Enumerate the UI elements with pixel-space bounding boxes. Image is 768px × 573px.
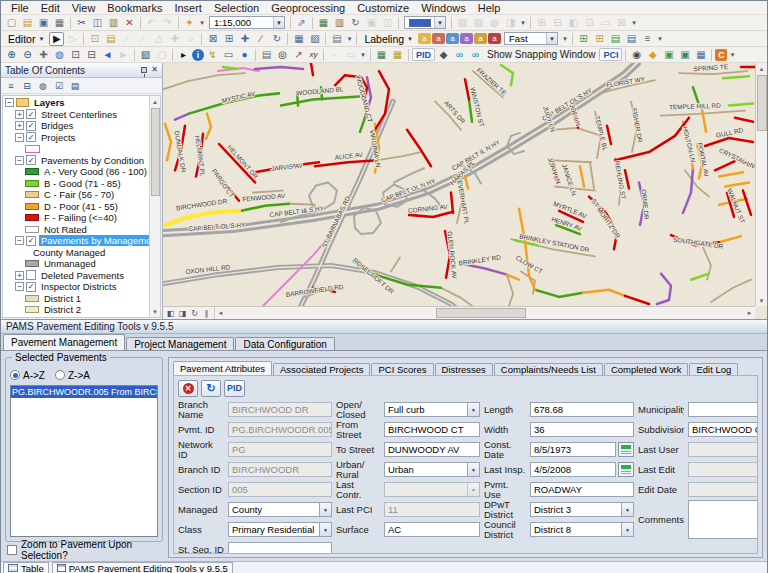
text-input[interactable]: BIRCHWOOD CT [384,422,480,437]
expand-icon[interactable]: + [15,110,24,119]
toc-item-d-poor-41-55[interactable]: D - Poor (41 - 55) [3,201,149,213]
layer-checkbox[interactable]: ✓ [26,155,36,165]
overflow-caret-2[interactable]: ▾ [630,16,638,30]
toc-group-layers[interactable]: −Layers [3,97,149,109]
pavement-list-item[interactable]: PG.BIRCHWOODR.005 From BIRCHWOOD CT to D [11,386,157,398]
blue-table-button[interactable]: ▦ [693,48,708,62]
expand-icon[interactable]: + [15,271,24,280]
layout-frame-icon[interactable]: ◨ [177,308,188,318]
editor-more-button[interactable]: ▤ [329,32,344,46]
combo-arrow-icon[interactable]: ▼ [434,17,445,28]
list-by-source-button[interactable]: ⊟ [20,79,34,92]
straight-segment-button[interactable]: ⊡ [87,32,102,46]
rotate-tool-button[interactable]: ∕ [253,32,268,46]
select-features-button[interactable]: ▧ [138,48,153,62]
attr-tab-pavement-attributes[interactable]: Pavement Attributes [173,361,272,375]
text-input[interactable]: ROADWAY [530,482,634,497]
edit-table-button[interactable]: ▦ [390,48,405,62]
new-document-button[interactable]: ▢ [4,16,19,30]
map-scale-combo[interactable]: 1:15,000▼ [209,16,285,29]
menu-view[interactable]: View [66,2,102,14]
undo-button[interactable]: ↶ [144,16,159,30]
calendar-button[interactable] [618,462,634,477]
toc-item-a-very-good-86-100[interactable]: A - Very Good (86 - 100) [3,166,149,178]
attr-tab-completed-work[interactable]: Completed Work [604,363,689,375]
label-tag-5[interactable]: a [474,33,487,44]
gp-button-5[interactable]: ▭ [598,16,613,30]
text-input[interactable]: 678.68 [530,402,634,417]
map-horizontal-scrollbar[interactable]: ◧ ◨ ↻ ∥ ◄ ► [163,306,755,319]
edit-tool-button[interactable]: ▶ [49,32,64,46]
pci-tool-button[interactable]: PCI [599,48,622,61]
list-by-visibility-button[interactable]: ◍ [36,79,50,92]
delete-record-button[interactable]: ✕ [178,380,198,397]
dropdown-arrow-icon[interactable]: ▼ [467,463,479,476]
fixed-zoom-in-button[interactable]: ⊡ [68,48,83,62]
gp-button-2[interactable]: ⊟ [550,16,565,30]
menu-geoprocessing[interactable]: Geoprocessing [265,2,351,14]
delete-button[interactable]: ✕ [122,16,137,30]
toc-item-street-centerlines[interactable]: +✓Street Centerlines [3,109,149,121]
overflow-caret-3[interactable]: ▾ [359,48,367,62]
toc-scrollbar[interactable]: ▲ ▼ [149,96,160,317]
collapse-icon[interactable]: − [15,236,24,245]
layer-checkbox[interactable]: ✓ [26,236,36,246]
attr-tab-complaints-needs-list[interactable]: Complaints/Needs List [494,363,603,375]
date-input[interactable]: 4/5/2008 [530,462,616,477]
layer-checkbox[interactable]: ✓ [26,109,36,119]
toc-item-district-1[interactable]: District 1 [3,293,149,305]
identify-button[interactable]: i [192,49,204,61]
pan-button[interactable]: ✚ [36,48,51,62]
label-tag-1[interactable]: a [418,33,431,44]
pid-button[interactable]: PID [224,380,245,397]
map-scroll-up-icon[interactable]: ▲ [756,63,767,74]
open-button[interactable]: ▤ [20,16,35,30]
zoom-out-button[interactable]: ⊖ [20,48,35,62]
attributes-button[interactable]: ▦ [291,32,306,46]
c-tool-button[interactable]: C [715,49,727,61]
find-button[interactable]: ◎ [275,48,290,62]
map-scroll-right-icon[interactable]: ► [744,308,755,319]
menu-insert[interactable]: Insert [168,2,208,14]
label-view-button[interactable]: ▤ [608,32,623,46]
text-input[interactable]: DUNWOODY AV [384,442,480,457]
sort-radio-a-z[interactable]: A->Z [10,370,45,381]
teal-table-button[interactable]: ▣ [677,48,692,62]
menu-edit[interactable]: Edit [35,2,66,14]
catalog-button[interactable]: ▨ [471,16,486,30]
attr-tab-edit-log[interactable]: Edit Log [689,363,738,375]
text-input[interactable]: 36 [530,422,634,437]
menu-customize[interactable]: Customize [351,2,415,14]
attr-tab-pci-scores[interactable]: PCI Scores [371,363,433,375]
collapse-icon[interactable]: − [15,156,24,165]
menu-bookmarks[interactable]: Bookmarks [101,2,168,14]
toc-item-district-3[interactable]: District 3 [3,316,149,318]
marker-button[interactable]: ◆ [436,48,451,62]
preview-button[interactable]: ◉ [629,48,644,62]
toc-item-district-2[interactable]: District 2 [3,304,149,316]
gp-button-3[interactable]: ◧ [566,16,581,30]
map-scroll-down-icon[interactable]: ▼ [756,295,767,306]
layout-view-button[interactable]: ▥ [332,16,347,30]
time-slider-button[interactable]: ▤ [259,48,274,62]
map-vscroll-thumb[interactable] [757,75,767,131]
curve-tool-button[interactable]: ∕ [135,32,150,46]
attr-tab-distresses[interactable]: Distresses [435,363,493,375]
layer-checkbox[interactable]: ✓ [26,132,36,142]
pams-dock-tab[interactable]: PAMS Pavement Editing Tools v 9.5.5 [52,562,233,573]
gp-button-4[interactable]: ⊡ [582,16,597,30]
expand-icon[interactable]: + [15,121,24,130]
toc-toggle-button[interactable]: ▧ [455,16,470,30]
move-tool-button[interactable]: ✚ [237,32,252,46]
scroll-up-icon[interactable]: ▲ [150,96,161,107]
hyperlink-button[interactable]: ↯ [205,48,220,62]
midpoint-tool-button[interactable]: ✚ [167,32,182,46]
full-extent-button[interactable]: ◍ [52,48,67,62]
trace-tool-button[interactable]: △ [151,32,166,46]
label-caret-2[interactable]: ▾ [656,32,664,46]
map-hscroll-thumb[interactable] [436,308,526,318]
comments-textarea[interactable] [688,500,758,539]
dropdown-arrow-icon[interactable]: ▼ [467,483,479,496]
labeling-menu[interactable]: Labeling▼ [360,33,417,45]
toc-options-button[interactable]: ▤ [68,79,82,92]
